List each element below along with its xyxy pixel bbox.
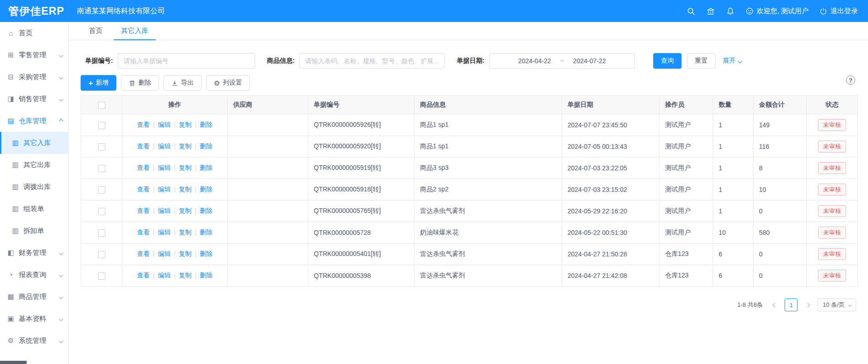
row-action-delete[interactable]: 删除: [200, 272, 213, 279]
row-action-edit[interactable]: 编辑: [158, 164, 171, 171]
sidebar-item-home[interactable]: ⌂首页: [0, 22, 68, 44]
page-size-select[interactable]: 10 条/页: [818, 299, 856, 311]
row-action-view[interactable]: 查看: [137, 207, 150, 214]
sidebar-subitem-transfer-outbound[interactable]: ▥调拨出库: [0, 176, 68, 198]
reset-button[interactable]: 重置: [687, 53, 715, 69]
search-icon[interactable]: [687, 7, 695, 16]
sidebar-subitem-disassembly[interactable]: ▥拆卸单: [0, 220, 68, 242]
row-action-view[interactable]: 查看: [137, 142, 150, 150]
date-range-picker[interactable]: 2024-04-22 ~ 2024-07-22: [489, 53, 635, 69]
logout-button[interactable]: 退出登录: [819, 7, 858, 16]
row-action-view[interactable]: 查看: [137, 228, 150, 236]
row-action-delete[interactable]: 删除: [200, 250, 213, 257]
cell-product-info: 商品2 sp2: [415, 179, 562, 201]
row-action-delete[interactable]: 删除: [200, 121, 213, 128]
cell-operator: 测试用户: [660, 201, 713, 222]
prev-page-button[interactable]: [769, 299, 780, 311]
add-button[interactable]: + 新增: [81, 75, 116, 91]
sidebar-subitem-label: 其它入库: [23, 139, 51, 147]
row-action-view[interactable]: 查看: [137, 185, 150, 193]
column-header-4: 单据日期: [562, 96, 660, 114]
base-icon: ▣: [6, 315, 15, 323]
action-separator: |: [153, 164, 155, 171]
row-checkbox[interactable]: [98, 165, 105, 172]
row-action-copy[interactable]: 复制: [179, 121, 191, 128]
sidebar-subitem-other-outbound[interactable]: ▥其它出库: [0, 154, 68, 176]
row-action-delete[interactable]: 删除: [200, 142, 213, 150]
sidebar-subitem-other-inbound[interactable]: ▥其它入库: [0, 132, 68, 154]
row-action-delete[interactable]: 删除: [200, 228, 213, 236]
row-checkbox[interactable]: [98, 208, 105, 215]
row-checkbox[interactable]: [98, 122, 105, 129]
sidebar-subitem-assembly[interactable]: ▥组装单: [0, 198, 68, 220]
row-action-view[interactable]: 查看: [137, 121, 150, 128]
row-action-copy[interactable]: 复制: [179, 142, 191, 150]
row-action-edit[interactable]: 编辑: [158, 121, 171, 128]
row-action-copy[interactable]: 复制: [179, 185, 191, 193]
row-action-edit[interactable]: 编辑: [158, 185, 171, 193]
delete-button[interactable]: 删除: [121, 75, 159, 91]
sidebar-item-report[interactable]: ◔报表查询: [0, 264, 68, 286]
date-to-value[interactable]: 2024-07-22: [573, 57, 606, 65]
row-action-copy[interactable]: 复制: [179, 207, 191, 214]
sidebar-item-goods[interactable]: ▦商品管理: [0, 286, 68, 308]
row-action-edit[interactable]: 编辑: [158, 142, 171, 150]
cell-product-info: 商品3 sp3: [415, 158, 562, 179]
export-button[interactable]: 导出: [164, 75, 202, 91]
column-settings-button[interactable]: ⚙ 列设置: [206, 75, 250, 91]
next-page-button[interactable]: [802, 299, 813, 311]
select-all-checkbox[interactable]: [98, 102, 105, 109]
tab-home[interactable]: 首页: [82, 22, 110, 40]
row-action-delete[interactable]: 删除: [200, 185, 213, 193]
column-header-6: 数量: [713, 96, 753, 114]
row-action-edit[interactable]: 编辑: [158, 228, 171, 236]
order-no-input[interactable]: [118, 53, 255, 69]
sidebar-subitem-label: 其它出库: [23, 161, 51, 169]
row-action-edit[interactable]: 编辑: [158, 250, 171, 257]
date-from-value[interactable]: 2024-04-22: [518, 57, 551, 65]
home-icon: ⌂: [6, 29, 15, 37]
row-action-edit[interactable]: 编辑: [158, 207, 171, 214]
row-action-delete[interactable]: 删除: [200, 207, 213, 214]
row-checkbox[interactable]: [98, 229, 105, 237]
sidebar-item-retail[interactable]: ⊞零售管理: [0, 44, 68, 66]
bank-icon[interactable]: [706, 7, 715, 16]
cell-quantity: 1: [713, 179, 753, 201]
sidebar-item-system[interactable]: ⚙系统管理: [0, 330, 68, 352]
records-table: 操作供应商单据编号商品信息单据日期操作员数量金额合计状态 查看|编辑|复制|删除…: [81, 95, 858, 287]
row-action-copy[interactable]: 复制: [179, 228, 191, 236]
row-action-copy[interactable]: 复制: [179, 164, 191, 171]
tab-other-inbound[interactable]: 其它入库: [114, 22, 156, 40]
column-header-5: 操作员: [660, 96, 713, 114]
row-actions: 查看|编辑|复制|删除: [122, 244, 228, 265]
row-action-view[interactable]: 查看: [137, 164, 150, 171]
sidebar-item-finance[interactable]: ◧财务管理: [0, 242, 68, 264]
product-info-input[interactable]: [299, 53, 445, 69]
sidebar-scrollbar-thumb[interactable]: [0, 361, 27, 364]
sidebar-item-sales[interactable]: ◨销售管理: [0, 88, 68, 110]
row-checkbox[interactable]: [98, 272, 105, 280]
row-checkbox[interactable]: [98, 143, 105, 151]
row-action-view[interactable]: 查看: [137, 250, 150, 257]
chevron-down-icon: [848, 303, 852, 306]
row-action-view[interactable]: 查看: [137, 272, 150, 279]
expand-link[interactable]: 展开: [723, 57, 742, 65]
bell-icon[interactable]: [726, 7, 735, 16]
help-icon[interactable]: ?: [846, 76, 855, 85]
action-separator: |: [153, 207, 155, 214]
row-action-copy[interactable]: 复制: [179, 250, 191, 257]
sidebar-item-warehouse[interactable]: ▤仓库管理: [0, 110, 68, 132]
sidebar-item-purchase[interactable]: ⊟采购管理: [0, 66, 68, 88]
row-checkbox[interactable]: [98, 251, 105, 258]
doc-icon: ▥: [11, 139, 20, 147]
warehouse-icon: ▤: [6, 117, 15, 125]
welcome-user[interactable]: 欢迎您, 测试用户: [746, 7, 808, 16]
row-checkbox[interactable]: [98, 186, 105, 194]
row-action-edit[interactable]: 编辑: [158, 272, 171, 279]
search-button[interactable]: 查询: [653, 53, 682, 69]
page-number-button[interactable]: 1: [785, 299, 797, 311]
sidebar-item-basedata[interactable]: ▣基本资料: [0, 308, 68, 330]
row-action-delete[interactable]: 删除: [200, 164, 213, 171]
row-action-copy[interactable]: 复制: [179, 272, 191, 279]
app-logo: 管伊佳ERP: [8, 4, 70, 18]
